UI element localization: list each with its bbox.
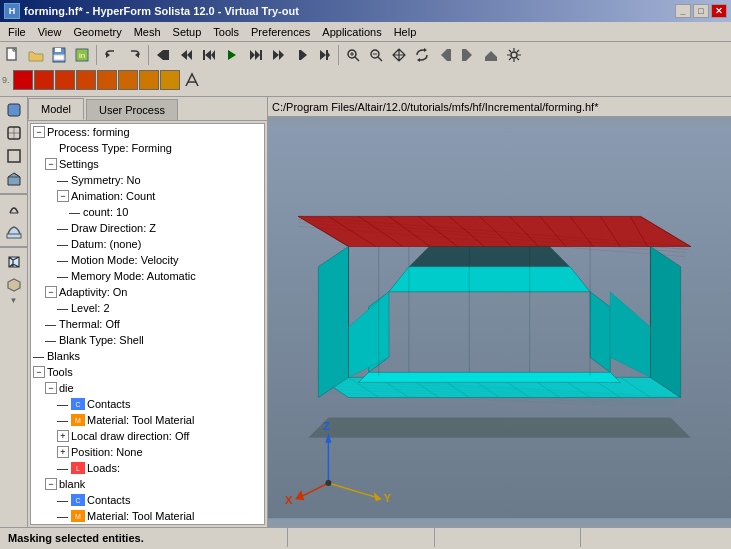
view-icon-1[interactable] — [3, 99, 25, 121]
tree-item-processType[interactable]: Process Type: Forming — [31, 140, 264, 156]
step3-button[interactable] — [55, 70, 75, 90]
tree-expand-process[interactable]: − — [33, 126, 45, 138]
step1-button[interactable] — [13, 70, 33, 90]
arrow-left-button[interactable] — [434, 44, 456, 66]
tree-item-die[interactable]: −die — [31, 380, 264, 396]
tree-item-localDraw[interactable]: +Local draw direction: Off — [31, 428, 264, 444]
tree-item-drawDirection[interactable]: —Draw Direction: Z — [31, 220, 264, 236]
settings-button[interactable] — [503, 44, 525, 66]
arrow-right-button[interactable] — [457, 44, 479, 66]
step8-button[interactable] — [160, 70, 180, 90]
view-icon-9[interactable]: ▼ — [10, 297, 18, 305]
tab-user-process[interactable]: User Process — [86, 99, 178, 120]
separator-3 — [338, 45, 339, 65]
menu-help[interactable]: Help — [388, 24, 423, 40]
tree-item-loads[interactable]: —LLoads: — [31, 460, 264, 476]
svg-line-29 — [355, 57, 359, 61]
view-icon-8[interactable] — [3, 274, 25, 296]
view-icon-4[interactable] — [3, 168, 25, 190]
tree-item-datum[interactable]: —Datum: (none) — [31, 236, 264, 252]
tree-item-blanks[interactable]: —Blanks — [31, 348, 264, 364]
menu-applications[interactable]: Applications — [316, 24, 387, 40]
prev-button[interactable] — [175, 44, 197, 66]
tree-item-level[interactable]: —Level: 2 — [31, 300, 264, 316]
tree-item-memoryMode[interactable]: —Memory Mode: Automatic — [31, 268, 264, 284]
tree-label-symmetry: Symmetry: No — [71, 174, 141, 186]
import-button[interactable]: in — [71, 44, 93, 66]
tree-expand-position[interactable]: + — [57, 446, 69, 458]
tree-item-tools[interactable]: −Tools — [31, 364, 264, 380]
step7-button[interactable] — [139, 70, 159, 90]
view-icon-3[interactable] — [3, 145, 25, 167]
view-icon-7[interactable] — [3, 251, 25, 273]
tree-item-contacts1[interactable]: —CContacts — [31, 396, 264, 412]
tree-expand-settings[interactable]: − — [45, 158, 57, 170]
snap-button[interactable] — [181, 69, 203, 91]
title-bar: H forming.hf* - HyperForm Solista 12.0 -… — [0, 0, 731, 22]
3d-view[interactable]: Z Y X — [268, 117, 731, 527]
maximize-button[interactable]: □ — [693, 4, 709, 18]
tree-item-contacts2[interactable]: —CContacts — [31, 492, 264, 508]
up-button[interactable] — [480, 44, 502, 66]
step4-button[interactable] — [76, 70, 96, 90]
tree-item-process[interactable]: −Process: forming — [31, 124, 264, 140]
undo-button[interactable] — [100, 44, 122, 66]
zoom-fit-button[interactable] — [365, 44, 387, 66]
tab-model[interactable]: Model — [28, 98, 84, 120]
step5-button[interactable] — [97, 70, 117, 90]
new-button[interactable] — [2, 44, 24, 66]
view-icon-2[interactable] — [3, 122, 25, 144]
tree-item-material1[interactable]: —MMaterial: Tool Material — [31, 412, 264, 428]
fast-fwd-button[interactable] — [313, 44, 335, 66]
play-button[interactable] — [221, 44, 243, 66]
tree-leaf-blanks: — — [33, 350, 47, 362]
tree-item-animation[interactable]: −Animation: Count — [31, 188, 264, 204]
menu-geometry[interactable]: Geometry — [67, 24, 127, 40]
open-button[interactable] — [25, 44, 47, 66]
minimize-button[interactable]: _ — [675, 4, 691, 18]
svg-rect-3 — [55, 48, 61, 52]
tree-item-symmetry[interactable]: —Symmetry: No — [31, 172, 264, 188]
svg-text:X: X — [285, 494, 293, 506]
loads-icon-loads: L — [71, 462, 85, 474]
end-button[interactable] — [290, 44, 312, 66]
back-button[interactable] — [152, 44, 174, 66]
tree-expand-localDraw[interactable]: + — [57, 430, 69, 442]
pan-button[interactable] — [388, 44, 410, 66]
tree-item-blank[interactable]: −blank — [31, 476, 264, 492]
save-button[interactable] — [48, 44, 70, 66]
step6-button[interactable] — [118, 70, 138, 90]
tree-expand-die[interactable]: − — [45, 382, 57, 394]
tree-item-material2[interactable]: —MMaterial: Tool Material — [31, 508, 264, 524]
menu-mesh[interactable]: Mesh — [128, 24, 167, 40]
step-fwd-button[interactable] — [244, 44, 266, 66]
close-button[interactable]: ✕ — [711, 4, 727, 18]
menu-file[interactable]: File — [2, 24, 32, 40]
menu-view[interactable]: View — [32, 24, 68, 40]
next-button[interactable] — [267, 44, 289, 66]
step-back-button[interactable] — [198, 44, 220, 66]
menu-tools[interactable]: Tools — [207, 24, 245, 40]
tree-expand-adaptivity[interactable]: − — [45, 286, 57, 298]
menu-setup[interactable]: Setup — [167, 24, 208, 40]
view-icon-6[interactable] — [3, 221, 25, 243]
tree-item-position[interactable]: +Position: None — [31, 444, 264, 460]
tree-expand-blank[interactable]: − — [45, 478, 57, 490]
tree-leaf-count: — — [69, 206, 83, 218]
rotate-button[interactable] — [411, 44, 433, 66]
tree-item-blankType[interactable]: —Blank Type: Shell — [31, 332, 264, 348]
tree-item-settings[interactable]: −Settings — [31, 156, 264, 172]
menu-preferences[interactable]: Preferences — [245, 24, 316, 40]
step2-button[interactable] — [34, 70, 54, 90]
redo-button[interactable] — [123, 44, 145, 66]
tree-item-adaptivity[interactable]: −Adaptivity: On — [31, 284, 264, 300]
view-icon-5[interactable] — [3, 198, 25, 220]
zoom-button[interactable] — [342, 44, 364, 66]
tree-panel: −Process: formingProcess Type: Forming−S… — [30, 123, 265, 525]
tree-leaf-contacts1: — — [57, 398, 71, 410]
tree-item-motionMode[interactable]: —Motion Mode: Velocity — [31, 252, 264, 268]
tree-item-count[interactable]: —count: 10 — [31, 204, 264, 220]
tree-expand-animation[interactable]: − — [57, 190, 69, 202]
tree-expand-tools[interactable]: − — [33, 366, 45, 378]
tree-item-thermal[interactable]: —Thermal: Off — [31, 316, 264, 332]
